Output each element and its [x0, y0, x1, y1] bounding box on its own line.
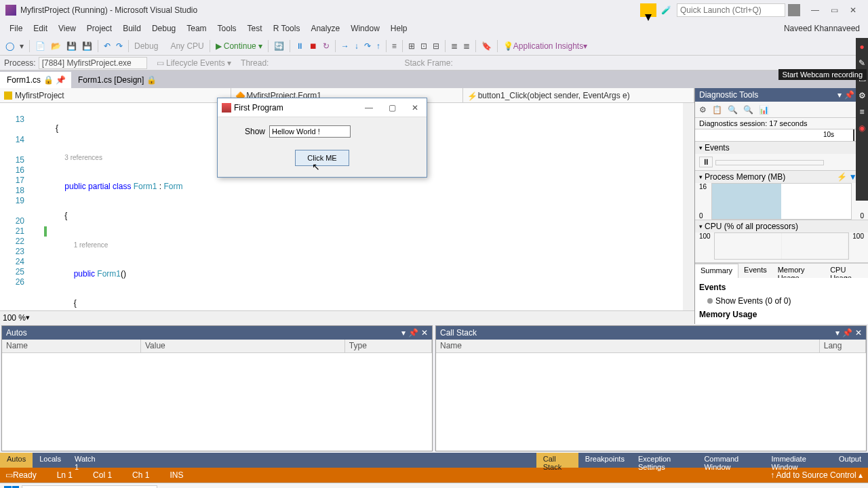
sidebar-icon-1[interactable]: ✎ [857, 58, 867, 68]
tab-form1-design[interactable]: Form1.cs [Design] 🔒 [71, 72, 163, 88]
menu-edit[interactable]: Edit [28, 24, 53, 33]
menu-window[interactable]: Window [345, 24, 385, 33]
tab-form1-cs[interactable]: Form1.cs 🔒 📌 [0, 72, 71, 88]
autos-dropdown-icon[interactable]: ▾ [401, 328, 406, 338]
webcam-record-icon[interactable]: ◉ [857, 123, 867, 133]
menu-project[interactable]: Project [81, 24, 117, 33]
save-all-button[interactable]: 💾 [79, 41, 95, 51]
diag-zoom-out-icon[interactable]: 🔍 [743, 105, 753, 115]
autos-col-value[interactable]: Value [141, 340, 345, 352]
diag-tab-summary[interactable]: Summary [695, 264, 738, 278]
intellitrace-events-button[interactable]: ≡ [389, 41, 399, 51]
taskview-icon[interactable]: ⊞ [180, 485, 198, 489]
dialog-minimize-button[interactable]: — [361, 103, 376, 113]
menu-help[interactable]: Help [385, 24, 413, 33]
nav-fwd-button[interactable]: ▾ [17, 41, 26, 51]
pin-icon[interactable]: 📌 [56, 76, 64, 84]
feedback-icon[interactable]: 🧪 [659, 5, 673, 15]
bookmark-button[interactable]: 🔖 [479, 41, 494, 51]
app-insights-button[interactable]: 💡 Application Insights ▾ [500, 41, 590, 51]
restore-button[interactable]: ▭ [825, 5, 844, 15]
tab-command-window[interactable]: Command Window [697, 453, 764, 468]
show-next-statement-button[interactable]: → [338, 41, 352, 51]
diag-zoom-in-icon[interactable]: 🔍 [728, 105, 738, 115]
cortana-icon[interactable]: ○ [160, 485, 178, 489]
close-button[interactable]: ✕ [844, 5, 863, 15]
menu-rtools[interactable]: R Tools [268, 24, 306, 33]
callstack-col-name[interactable]: Name [436, 340, 820, 352]
autos-close-icon[interactable]: ✕ [421, 328, 428, 338]
undo-button[interactable]: ↶ [101, 41, 113, 51]
store-icon[interactable]: 🛍 [221, 485, 239, 489]
browser-link-button[interactable]: 🔄 [271, 41, 287, 51]
menu-file[interactable]: File [4, 24, 28, 33]
diag-timeline[interactable]: 10s [695, 129, 868, 142]
diag-dropdown-icon[interactable]: ▾ [837, 90, 842, 100]
method-nav-dropdown[interactable]: ⚡button1_Click(object sender, EventArgs … [463, 88, 694, 102]
menu-view[interactable]: View [53, 24, 81, 33]
diag-pin-icon[interactable]: 📌 [844, 90, 854, 100]
vs-taskbar-icon[interactable]: ∞ [343, 485, 361, 489]
redo-button[interactable]: ↷ [113, 41, 125, 51]
stop-button[interactable]: ⏹ [307, 41, 320, 51]
step-into-button[interactable]: ↓ [352, 41, 361, 51]
config-dropdown[interactable]: Debug [132, 41, 161, 51]
cpu-chart[interactable]: 100100 [699, 232, 864, 260]
menu-analyze[interactable]: Analyze [305, 24, 345, 33]
diag-settings-icon[interactable]: ⚙ [699, 105, 707, 115]
project-nav-dropdown[interactable]: MyfirstProject [0, 88, 231, 102]
tab-immediate-window[interactable]: Immediate Window [764, 453, 832, 468]
callstack-close-icon[interactable]: ✕ [855, 328, 862, 338]
mail-icon[interactable]: ✉ [262, 485, 279, 489]
new-project-button[interactable]: 📄 [33, 41, 48, 51]
user-profile-icon[interactable] [788, 4, 800, 16]
zoom-dropdown[interactable]: 100 % ▾ [0, 310, 694, 324]
autos-col-type[interactable]: Type [345, 340, 432, 352]
step-out-button[interactable]: ↑ [374, 41, 383, 51]
diag-tab-memory[interactable]: Memory Usage [772, 264, 825, 278]
tab-exception-settings[interactable]: Exception Settings [631, 453, 697, 468]
comment-button[interactable]: ≣ [448, 41, 460, 51]
callstack-dropdown-icon[interactable]: ▾ [835, 328, 840, 338]
edge-icon[interactable]: 🌐 [201, 485, 218, 489]
minimize-button[interactable]: — [806, 5, 825, 15]
menu-tools[interactable]: Tools [212, 24, 242, 33]
toolbar-btn-b[interactable]: ⊡ [418, 41, 430, 51]
restart-button[interactable]: ↻ [320, 41, 332, 51]
tab-callstack[interactable]: Call Stack [536, 453, 578, 468]
autos-col-name[interactable]: Name [2, 340, 141, 352]
start-button[interactable] [4, 486, 19, 489]
menu-test[interactable]: Test [242, 24, 268, 33]
toolbar-btn-c[interactable]: ⊟ [430, 41, 442, 51]
dialog-maximize-button[interactable]: ▢ [384, 103, 399, 113]
dialog-close-button[interactable]: ✕ [408, 103, 422, 113]
pause-button[interactable]: ⏸ [293, 41, 307, 51]
autos-pin-icon[interactable]: 📌 [408, 328, 418, 338]
diag-tab-cpu[interactable]: CPU Usage [825, 264, 868, 278]
open-button[interactable]: 📂 [48, 41, 64, 51]
taskbar-search[interactable]: 🔍Type here to search [22, 485, 157, 489]
callstack-pin-icon[interactable]: 📌 [842, 328, 852, 338]
vertical-scrollbar[interactable] [683, 103, 694, 310]
diag-tab-events[interactable]: Events [738, 264, 772, 278]
memory-chart[interactable]: 1616 00 [699, 183, 864, 220]
menu-debug[interactable]: Debug [146, 24, 181, 33]
notification-flag-icon[interactable] [640, 3, 656, 17]
app-icon[interactable]: 📘 [323, 485, 340, 489]
click-me-button[interactable]: Click ME [295, 150, 349, 166]
menu-team[interactable]: Team [181, 24, 212, 33]
show-events-link[interactable]: Show Events (0 of 0) [698, 294, 865, 308]
quick-launch-input[interactable] [677, 3, 785, 17]
continue-button[interactable]: ▶ Continue ▾ [213, 41, 265, 51]
toolbar-btn-a[interactable]: ⊞ [406, 41, 418, 51]
save-button[interactable]: 💾 [64, 41, 79, 51]
tab-locals[interactable]: Locals [33, 453, 68, 468]
running-app-icon[interactable]: 🟥 [363, 485, 381, 489]
diag-reset-view-icon[interactable]: 📊 [759, 105, 769, 115]
platform-dropdown[interactable]: Any CPU [167, 41, 206, 51]
record-icon[interactable]: ● [857, 42, 867, 52]
first-program-dialog[interactable]: First Program — ▢ ✕ Show Click ME [217, 98, 427, 178]
add-to-source-control[interactable]: ↑ Add to Source Control ▴ [770, 470, 863, 480]
lifecycle-events-dropdown[interactable]: ▭ Lifecycle Events ▾ [157, 58, 231, 68]
sidebar-icon-4[interactable]: ≡ [857, 107, 867, 117]
